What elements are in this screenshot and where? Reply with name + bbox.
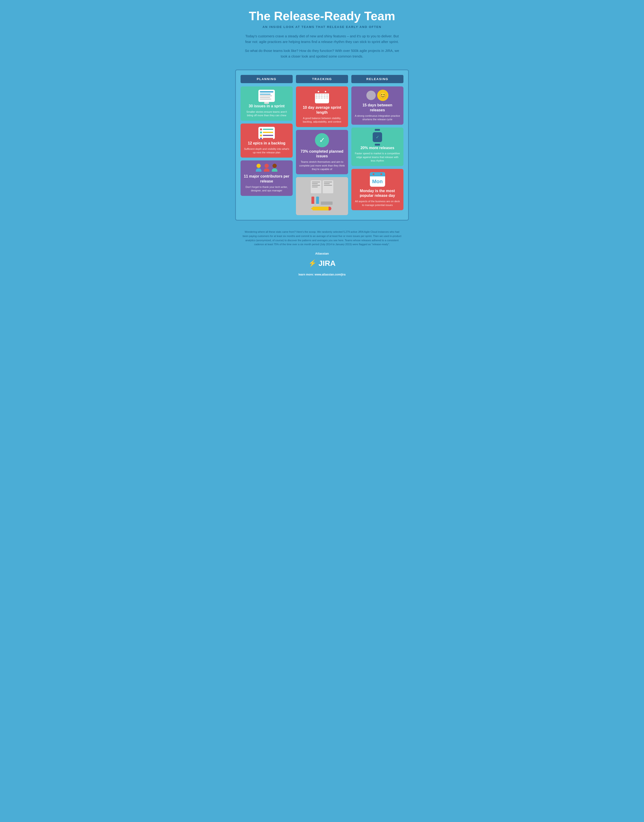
card-monday-release: Mon Monday is the most popular release d… — [351, 169, 403, 210]
footer: Wondering where all these stats came fro… — [228, 225, 416, 281]
issues-sprint-bold: 30 issues — [249, 104, 266, 108]
tracking-bottom-card — [296, 177, 348, 215]
usb-2 — [316, 197, 319, 205]
card-sprint-length: 10 day average sprint length A good bala… — [296, 86, 348, 127]
cal-mon-body: Mon — [370, 177, 385, 187]
between-releases-desc: A strong continuous integration practice… — [355, 114, 400, 121]
learn-more-label: learn more: — [299, 273, 315, 276]
card-completed-issues: ✓ 73% completed planned issues Teams str… — [296, 130, 348, 175]
epics-backlog-desc: Sufficient depth and visibility into wha… — [244, 147, 289, 155]
footer-logo: Atlassian ⚡ JIRA learn more: www.atlassi… — [242, 251, 402, 277]
header: The Release-Ready Team AN INSIDE LOOK AT… — [228, 0, 416, 67]
completed-issues-bold: 73% completed — [301, 149, 328, 154]
main-card: PLANNING TRACKING RELEASING 30 issu — [235, 69, 409, 221]
jira-icon: ⚡ — [308, 258, 317, 269]
footer-link: learn more: www.atlassian.com/jira — [299, 272, 345, 277]
tracking-column: 10 day average sprint length A good bala… — [296, 86, 348, 215]
between-releases-title: 15 days between releases — [355, 103, 400, 113]
header-p1: Today's customers crave a steady diet of… — [242, 33, 402, 45]
more-releases-bold: 20% more — [360, 146, 378, 150]
monday-release-desc: All aspects of the business are on deck … — [355, 200, 400, 207]
cal-dot-1 — [318, 91, 319, 92]
screen-icon — [258, 90, 275, 102]
usb-base — [321, 201, 333, 205]
monday-release-bold: Monday — [360, 189, 374, 193]
sprint-length-bold: 10 day — [303, 106, 314, 109]
atlassian-label: Atlassian — [315, 251, 329, 256]
doc-1 — [311, 180, 321, 193]
between-releases-bold: 15 days — [362, 103, 376, 107]
list-icon — [258, 127, 275, 139]
cal-mon-dot-1 — [373, 173, 374, 175]
col-header-releasing: RELEASING — [351, 75, 403, 83]
calendar-icon — [315, 90, 329, 103]
watch-band-bottom — [375, 144, 380, 146]
cal-dot-2 — [325, 91, 326, 92]
pencil-icon — [313, 207, 331, 210]
cal-mon-top — [370, 172, 385, 177]
card-more-releases: ✓ 20% more releases Faster speed to mark… — [351, 128, 403, 166]
jira-text: JIRA — [319, 257, 336, 269]
docs-icon — [311, 180, 333, 193]
header-p2: So what do those teams look like? How do… — [242, 48, 402, 59]
moon-icon — [366, 91, 376, 100]
calendar-mon-icon: Mon — [370, 172, 385, 187]
watch-body: ✓ — [373, 132, 382, 142]
planning-label: PLANNING — [241, 75, 293, 83]
card-contributors: 11 major contributors per release Don't … — [241, 160, 293, 196]
sprint-length-rest: average sprint length — [314, 106, 341, 114]
person-1 — [255, 164, 262, 173]
completed-issues-desc: Teams stretch themselves and aim to comp… — [299, 160, 345, 171]
jira-label: ⚡ JIRA — [308, 257, 336, 269]
tracking-label: TRACKING — [296, 75, 348, 83]
releasing-label: RELEASING — [351, 75, 403, 83]
watch-icon: ✓ — [373, 131, 382, 144]
page-title: The Release-Ready Team — [242, 9, 402, 23]
epics-backlog-title: 12 epics in a backlog — [244, 141, 289, 146]
sprint-length-desc: A good balance between stability, backlo… — [299, 117, 345, 124]
doc-2 — [323, 180, 333, 193]
col-header-tracking: TRACKING — [296, 75, 348, 83]
person-3 — [271, 164, 278, 173]
completed-issues-title: 73% completed planned issues — [299, 149, 345, 159]
card-between-releases: 😊 15 days between releases A strong cont… — [351, 86, 403, 124]
releasing-column: 😊 15 days between releases A strong cont… — [351, 86, 403, 215]
check-circle-icon: ✓ — [315, 133, 329, 147]
planning-column: 30 issues in a sprint Smaller stories en… — [241, 86, 293, 215]
tools-area — [311, 197, 333, 205]
people-icon — [244, 164, 289, 173]
footer-url: www.atlassian.com/jira — [315, 273, 346, 276]
smiley-icon: 😊 — [377, 90, 388, 101]
issues-sprint-title: 30 issues in a sprint — [244, 104, 289, 109]
watch-band-top — [375, 129, 380, 131]
pencil-container — [313, 207, 331, 210]
cal-grid — [315, 94, 329, 99]
monday-release-title: Monday is the most popular release day — [355, 189, 400, 198]
footer-disclaimer: Wondering where all these stats came fro… — [242, 230, 402, 246]
sprint-length-title: 10 day average sprint length — [299, 105, 345, 115]
card-issues-sprint: 30 issues in a sprint Smaller stories en… — [241, 86, 293, 121]
issues-sprint-desc: Smaller stories ensure teams aren't biti… — [244, 110, 289, 117]
contributors-desc: Don't forget to thank your tech writer, … — [244, 185, 289, 193]
issues-sprint-rest: in a sprint — [266, 104, 285, 108]
more-releases-desc: Faster speed to market is a competitive … — [355, 152, 400, 163]
col-header-planning: PLANNING — [241, 75, 293, 83]
more-releases-title: 20% more releases — [355, 146, 400, 151]
contributors-title: 11 major contributors per release — [244, 174, 289, 184]
more-releases-rest: releases — [378, 146, 394, 150]
contributors-bold: 11 major contributors — [244, 174, 282, 178]
person-2 — [263, 164, 270, 173]
columns-body: 30 issues in a sprint Smaller stories en… — [241, 86, 403, 215]
smiley-container: 😊 — [355, 90, 400, 101]
epics-backlog-rest: in a backlog — [263, 141, 285, 145]
usb-1 — [311, 197, 314, 205]
page-subtitle: AN INSIDE LOOK AT TEAMS THAT RELEASE EAR… — [242, 25, 402, 29]
cal-mon-dot-2 — [380, 173, 382, 175]
columns-header: PLANNING TRACKING RELEASING — [241, 75, 403, 83]
card-epics-backlog: 12 epics in a backlog Sufficient depth a… — [241, 123, 293, 158]
epics-backlog-bold: 12 epics — [248, 141, 263, 145]
